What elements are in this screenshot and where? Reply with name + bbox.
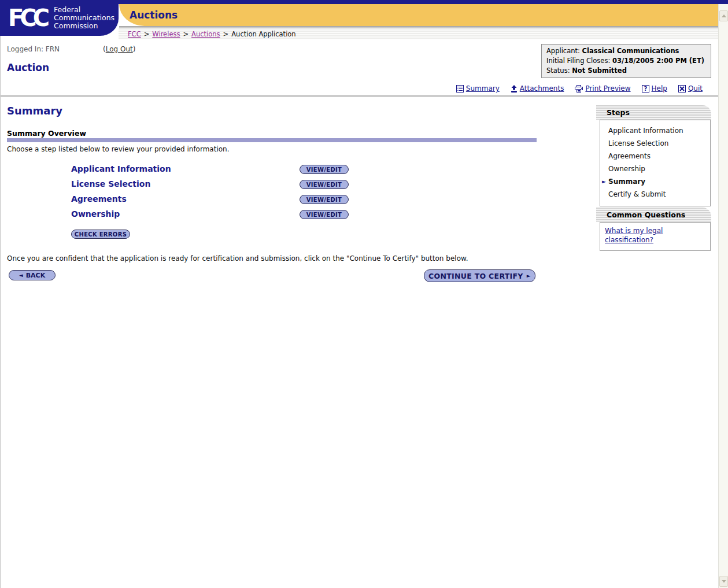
- view-edit-ownership-button[interactable]: VIEW/EDIT: [300, 210, 349, 219]
- scroll-up-icon: [722, 14, 726, 17]
- steps-item-ownership: Ownership: [600, 162, 710, 175]
- fcc-logo-icon: FCC: [8, 6, 46, 29]
- continue-to-certify-button[interactable]: CONTINUE TO CERTIFY ►: [424, 269, 535, 282]
- status-value: Not Submitted: [572, 66, 627, 75]
- breadcrumb-link-auctions[interactable]: Auctions: [191, 30, 220, 38]
- quit-icon: [678, 85, 686, 93]
- section-title: Auction: [7, 62, 49, 73]
- breadcrumb-separator: >: [223, 30, 229, 38]
- steps-panel: Steps Applicant Information License Sele…: [596, 105, 711, 206]
- breadcrumb-link-fcc[interactable]: FCC: [128, 30, 141, 38]
- breadcrumb: FCC > Wireless > Auctions > Auction Appl…: [119, 28, 718, 39]
- view-edit-applicant-information-button[interactable]: VIEW/EDIT: [300, 165, 349, 174]
- toolbar-summary[interactable]: Summary: [456, 84, 500, 93]
- logged-in-label: Logged In: FRN: [7, 45, 60, 53]
- steps-panel-body: Applicant Information License Selection …: [600, 120, 711, 206]
- common-questions-title: Common Questions: [596, 208, 711, 222]
- common-questions-panel: Common Questions What is my legal classi…: [596, 208, 711, 251]
- toolbar-print-preview[interactable]: Print Preview: [575, 84, 630, 93]
- view-edit-agreements-button[interactable]: VIEW/EDIT: [300, 195, 349, 204]
- scroll-down-icon: [722, 580, 726, 583]
- steps-item-certify-submit: Certify & Submit: [600, 188, 710, 201]
- auction-application-page: Auctions FCC > Wireless > Auctions > Auc…: [0, 0, 728, 588]
- summary-list-icon: [456, 85, 464, 93]
- breadcrumb-separator: >: [144, 30, 150, 38]
- back-button[interactable]: ◄ BACK: [9, 270, 56, 280]
- logout: (Log Out): [103, 45, 135, 53]
- step-label-agreements: Agreements: [71, 194, 127, 204]
- page-title: Summary: [7, 105, 62, 117]
- summary-overview-heading: Summary Overview: [7, 129, 86, 138]
- toolbar-help[interactable]: ? Help: [642, 84, 667, 93]
- svg-text:?: ?: [644, 86, 647, 92]
- printer-icon: [575, 85, 583, 93]
- scroll-up-button[interactable]: [719, 10, 728, 21]
- toolbar-quit[interactable]: Quit: [678, 84, 703, 93]
- gold-header-bar: Auctions: [119, 4, 718, 26]
- scroll-down-button[interactable]: [719, 576, 728, 587]
- step-label-license-selection: License Selection: [71, 179, 150, 188]
- back-arrow-icon: ◄: [19, 273, 23, 278]
- fcc-logo-text: Federal Communications Commission: [54, 6, 114, 30]
- current-step-arrow-icon: ►: [602, 179, 606, 184]
- attachments-icon: [511, 85, 518, 93]
- status-row: Status: Not Submitted: [546, 66, 706, 76]
- section-rule: [7, 138, 537, 142]
- check-errors-button[interactable]: CHECK ERRORS: [71, 230, 130, 239]
- applicant-row: Applicant: Classical Communications: [546, 46, 706, 56]
- applicant-info-box: Applicant: Classical Communications Init…: [541, 44, 711, 78]
- toolbar-divider: [0, 95, 718, 97]
- steps-item-summary-current: ► Summary: [600, 175, 710, 188]
- filing-closes-row: Initial Filing Closes: 03/18/2005 2:00 P…: [546, 56, 706, 66]
- breadcrumb-separator: >: [183, 30, 189, 38]
- fcc-logo: FCC Federal Communications Commission: [0, 0, 119, 36]
- help-icon: ?: [642, 85, 649, 93]
- logout-link[interactable]: Log Out: [106, 45, 133, 53]
- frame-left-border: [0, 36, 1, 588]
- breadcrumb-link-wireless[interactable]: Wireless: [152, 30, 180, 38]
- steps-panel-title: Steps: [596, 105, 711, 120]
- step-label-applicant-information: Applicant Information: [71, 164, 171, 173]
- legal-classification-link[interactable]: What is my legal classification?: [605, 227, 663, 244]
- toolbar-attachments[interactable]: Attachments: [511, 84, 564, 93]
- app-title: Auctions: [119, 9, 178, 21]
- view-edit-license-selection-button[interactable]: VIEW/EDIT: [300, 180, 349, 189]
- instruction-text: Choose a step listed below to review you…: [7, 145, 230, 153]
- applicant-name: Classical Communications: [582, 47, 679, 55]
- breadcrumb-current: Auction Application: [231, 30, 295, 38]
- step-label-ownership: Ownership: [71, 209, 120, 219]
- steps-item-license-selection: License Selection: [600, 137, 710, 150]
- steps-item-applicant-information: Applicant Information: [600, 124, 710, 137]
- toolbar: Summary Attachments Print Preview ? Help…: [456, 84, 703, 93]
- certify-instruction-text: Once you are confident that the applicat…: [7, 254, 468, 262]
- common-questions-body: What is my legal classification?: [600, 222, 711, 251]
- filing-close-datetime: 03/18/2005 2:00 PM (ET): [612, 57, 704, 65]
- steps-item-agreements: Agreements: [600, 150, 710, 162]
- continue-arrow-icon: ►: [527, 273, 531, 279]
- vertical-scrollbar[interactable]: [718, 4, 728, 588]
